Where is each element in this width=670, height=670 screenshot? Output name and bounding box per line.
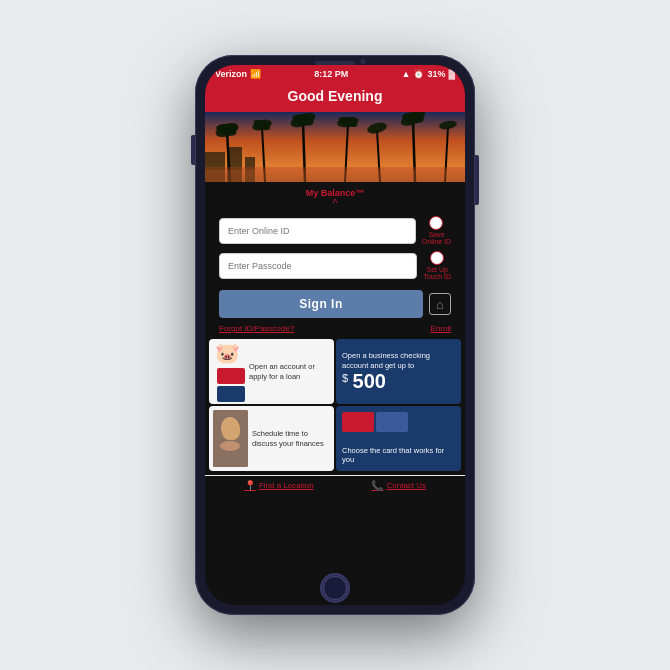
promo-tile-4-text: Choose the card that works for you xyxy=(342,446,455,466)
touch-id-label[interactable]: Set UpTouch ID xyxy=(423,251,451,280)
wifi-icon: 📶 xyxy=(250,69,261,79)
signin-button[interactable]: Sign In xyxy=(219,290,423,318)
display-card-red xyxy=(342,412,374,432)
save-id-checkbox[interactable] xyxy=(429,216,443,230)
battery-icon: ▓ xyxy=(448,69,455,79)
phone-camera xyxy=(361,59,366,64)
status-right: ▲ ⏰ 31% ▓ xyxy=(402,69,456,79)
links-row: Forgot ID/Passcode? Enroll xyxy=(205,322,465,339)
passcode-row: Set UpTouch ID xyxy=(219,251,451,280)
header-title: Good Evening xyxy=(215,88,455,104)
alarm-icon: ⏰ xyxy=(413,69,424,79)
promo-tile-1-text: Open an account or apply for a loan xyxy=(249,362,328,382)
promo-amount-display: $ 500 xyxy=(342,371,455,392)
phone-device: Verizon 📶 8:12 PM ▲ ⏰ 31% ▓ Good Evening xyxy=(195,55,475,615)
app-header: Good Evening xyxy=(205,82,465,112)
home-button-inner xyxy=(323,576,347,600)
svg-point-29 xyxy=(220,441,240,451)
balance-caret[interactable]: ^ xyxy=(205,200,465,212)
phone-screen: Verizon 📶 8:12 PM ▲ ⏰ 31% ▓ Good Evening xyxy=(205,65,465,605)
phone-wave-icon: 📞 xyxy=(371,480,383,491)
promo-tile-open-account[interactable]: 🐷 Open an account or apply for a loan xyxy=(209,339,334,404)
touch-id-text: Set UpTouch ID xyxy=(423,266,451,280)
find-location-link[interactable]: 📍 Find a Location xyxy=(244,480,314,491)
svg-rect-2 xyxy=(205,152,225,182)
status-left: Verizon 📶 xyxy=(215,69,261,79)
promo-tile-business[interactable]: Open a business checking account and get… xyxy=(336,339,461,404)
promo-grid-top: 🐷 Open an account or apply for a loan Op… xyxy=(205,339,465,406)
fingerprint-icon[interactable]: ⌂ xyxy=(429,293,451,315)
promo-tile-2-text: Open a business checking account and get… xyxy=(342,351,455,371)
save-id-text: SaveOnline ID xyxy=(422,231,451,245)
promo-grid-bottom: Schedule time to discuss your finances C… xyxy=(205,406,465,475)
advisor-photo xyxy=(213,410,248,467)
passcode-input[interactable] xyxy=(219,253,417,279)
online-id-input[interactable] xyxy=(219,218,416,244)
promo-dollar-amount: 500 xyxy=(353,370,386,392)
footer-links: 📍 Find a Location 📞 Contact Us xyxy=(205,475,465,495)
touch-id-checkbox[interactable] xyxy=(430,251,444,265)
forgot-link[interactable]: Forgot ID/Passcode? xyxy=(219,324,294,333)
find-location-text: Find a Location xyxy=(259,481,314,490)
promo-tile-choose-card[interactable]: Choose the card that works for you xyxy=(336,406,461,471)
signin-row: Sign In ⌂ xyxy=(205,290,465,322)
svg-rect-0 xyxy=(205,112,465,182)
home-button[interactable] xyxy=(320,573,350,603)
carrier-text: Verizon xyxy=(215,69,247,79)
battery-percent: 31% xyxy=(427,69,445,79)
promo-tile-schedule[interactable]: Schedule time to discuss your finances xyxy=(209,406,334,471)
svg-point-8 xyxy=(216,124,238,132)
display-card-blue xyxy=(376,412,408,432)
cards-display xyxy=(342,412,455,432)
enroll-link[interactable]: Enroll xyxy=(431,324,451,333)
status-bar: Verizon 📶 8:12 PM ▲ ⏰ 31% ▓ xyxy=(205,65,465,82)
status-time: 8:12 PM xyxy=(314,69,348,79)
online-id-row: SaveOnline ID xyxy=(219,216,451,245)
hero-banner xyxy=(205,112,465,182)
contact-us-text: Contact Us xyxy=(386,481,426,490)
svg-rect-1 xyxy=(205,167,465,182)
screen-content: My Balance™ ^ SaveOnline ID Set UpTouch … xyxy=(205,182,465,605)
svg-rect-4 xyxy=(245,157,255,182)
mini-card-blue xyxy=(217,386,245,402)
contact-us-link[interactable]: 📞 Contact Us xyxy=(371,480,426,491)
svg-rect-25 xyxy=(205,170,465,182)
input-section: SaveOnline ID Set UpTouch ID xyxy=(205,212,465,290)
save-id-label[interactable]: SaveOnline ID xyxy=(422,216,451,245)
promo-tile-3-text: Schedule time to discuss your finances xyxy=(252,429,330,449)
card-stack-icon xyxy=(217,368,245,402)
location-pin-icon: 📍 xyxy=(244,480,256,491)
location-arrow-icon: ▲ xyxy=(402,69,411,79)
mini-card-red xyxy=(217,368,245,384)
svg-point-27 xyxy=(221,417,239,439)
piggy-bank-icon: 🐷 xyxy=(215,341,245,365)
dollar-sign: $ xyxy=(342,371,348,383)
